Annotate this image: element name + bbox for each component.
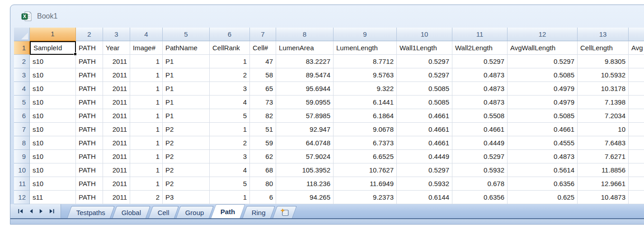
cell[interactable]: 10.3178 xyxy=(578,82,629,96)
cell[interactable]: 1 xyxy=(130,96,163,109)
cell[interactable] xyxy=(629,123,644,136)
column-header[interactable]: 12 xyxy=(508,28,578,41)
cell[interactable]: 8.7712 xyxy=(334,55,397,68)
cell[interactable]: P1 xyxy=(163,82,210,96)
cell[interactable]: 1 xyxy=(130,163,163,177)
cell[interactable]: 2011 xyxy=(103,123,130,136)
cell[interactable]: Cell# xyxy=(250,41,276,55)
cell[interactable]: 6.7373 xyxy=(334,136,397,150)
cell[interactable]: 0.5508 xyxy=(452,109,508,123)
tab-scroll-next-button[interactable] xyxy=(38,208,45,215)
cell[interactable]: P1 xyxy=(163,68,210,82)
cell[interactable]: 6.1864 xyxy=(334,109,397,123)
column-header[interactable]: 10 xyxy=(397,28,452,41)
cell[interactable]: 0.4555 xyxy=(508,136,578,150)
cell[interactable]: 11.6949 xyxy=(334,177,397,191)
cell[interactable]: 2011 xyxy=(103,82,130,96)
tab-scroll-first-button[interactable] xyxy=(17,208,24,215)
row-header[interactable]: 8 xyxy=(14,136,30,150)
cell[interactable]: PATH xyxy=(76,136,103,150)
cell[interactable]: 2011 xyxy=(103,150,130,163)
cell[interactable]: 6 xyxy=(250,191,276,204)
fill-handle[interactable] xyxy=(74,53,77,56)
cell[interactable]: Wall1Length xyxy=(397,41,452,55)
cell[interactable]: 0.4661 xyxy=(397,136,452,150)
cell[interactable]: 2011 xyxy=(103,177,130,191)
cell[interactable]: 1 xyxy=(210,123,250,136)
column-header[interactable]: 9 xyxy=(334,28,397,41)
row-header[interactable]: 5 xyxy=(14,96,30,109)
cell[interactable]: s10 xyxy=(30,68,76,82)
cell[interactable]: 2011 xyxy=(103,191,130,204)
cell[interactable]: 118.236 xyxy=(276,177,334,191)
cell[interactable]: s11 xyxy=(30,191,76,204)
cell[interactable]: PATH xyxy=(76,123,103,136)
cell[interactable]: 0.6144 xyxy=(397,191,452,204)
cell[interactable]: 0.4873 xyxy=(452,82,508,96)
cell[interactable]: 0.5297 xyxy=(508,55,578,68)
cell[interactable]: s10 xyxy=(30,82,76,96)
cell[interactable]: 0.5297 xyxy=(397,55,452,68)
cell[interactable]: 1 xyxy=(130,177,163,191)
cell[interactable]: 0.5085 xyxy=(508,109,578,123)
cell[interactable]: 4 xyxy=(210,96,250,109)
row-header[interactable]: 1 xyxy=(14,41,30,55)
cell[interactable]: 1 xyxy=(130,55,163,68)
cell[interactable]: 47 xyxy=(250,55,276,68)
cell[interactable]: 0.4661 xyxy=(508,123,578,136)
cell[interactable]: 59.0955 xyxy=(276,96,334,109)
cell[interactable]: 1 xyxy=(130,68,163,82)
cell[interactable]: 1 xyxy=(210,55,250,68)
cell[interactable]: 2011 xyxy=(103,96,130,109)
cell[interactable]: 1 xyxy=(130,82,163,96)
cell[interactable]: 2011 xyxy=(103,136,130,150)
cell[interactable]: 73 xyxy=(250,96,276,109)
cell[interactable]: 1 xyxy=(130,150,163,163)
cell[interactable]: 7.6483 xyxy=(578,136,629,150)
cell[interactable]: 0.4661 xyxy=(397,123,452,136)
cell[interactable]: 9.0678 xyxy=(334,123,397,136)
cell[interactable]: s10 xyxy=(30,55,76,68)
cell[interactable]: 9.5763 xyxy=(334,68,397,82)
sheet-tab-testpaths[interactable]: Testpaths xyxy=(67,206,115,218)
row-header[interactable]: 10 xyxy=(14,163,30,177)
cell[interactable]: AvgWallLength xyxy=(508,41,578,55)
cell[interactable]: 83.2227 xyxy=(276,55,334,68)
cell[interactable]: 0.6356 xyxy=(452,191,508,204)
cell[interactable]: P1 xyxy=(163,96,210,109)
row-header[interactable]: 4 xyxy=(14,82,30,96)
cell[interactable]: 0.4661 xyxy=(397,109,452,123)
cell[interactable]: 9.8305 xyxy=(578,55,629,68)
cell[interactable]: 0.5614 xyxy=(508,163,578,177)
cell[interactable]: 7.1398 xyxy=(578,96,629,109)
cell[interactable]: 0.4979 xyxy=(508,82,578,96)
cell[interactable]: 1 xyxy=(130,136,163,150)
row-header[interactable]: 11 xyxy=(14,177,30,191)
cell[interactable]: 9.2373 xyxy=(334,191,397,204)
cell[interactable]: 0.5932 xyxy=(397,177,452,191)
cell[interactable]: 5 xyxy=(210,177,250,191)
row-header[interactable]: 6 xyxy=(14,109,30,123)
cell[interactable]: s10 xyxy=(30,177,76,191)
cell[interactable]: 0.4449 xyxy=(452,136,508,150)
cell[interactable]: 57.9024 xyxy=(276,150,334,163)
cell[interactable]: 0.4979 xyxy=(508,96,578,109)
cell[interactable]: 0.4449 xyxy=(397,150,452,163)
cell[interactable]: 2 xyxy=(130,191,163,204)
cell[interactable]: 0.5085 xyxy=(397,82,452,96)
sheet-tab-group[interactable]: Group xyxy=(176,206,214,218)
cell[interactable]: 12.9661 xyxy=(578,177,629,191)
cell[interactable]: 68 xyxy=(250,163,276,177)
cell[interactable]: 0.5297 xyxy=(397,163,452,177)
cell[interactable]: 1 xyxy=(210,191,250,204)
column-header[interactable]: 4 xyxy=(130,28,163,41)
cell[interactable]: 4 xyxy=(210,163,250,177)
cell[interactable]: LumenArea xyxy=(276,41,334,55)
cell[interactable]: 0.5085 xyxy=(397,96,452,109)
cell[interactable]: PATH xyxy=(76,82,103,96)
row-header[interactable]: 7 xyxy=(14,123,30,136)
cell[interactable]: 0.4661 xyxy=(452,123,508,136)
cell[interactable]: 0.6356 xyxy=(508,177,578,191)
row-header[interactable]: 12 xyxy=(14,191,30,204)
cell[interactable] xyxy=(629,55,644,68)
